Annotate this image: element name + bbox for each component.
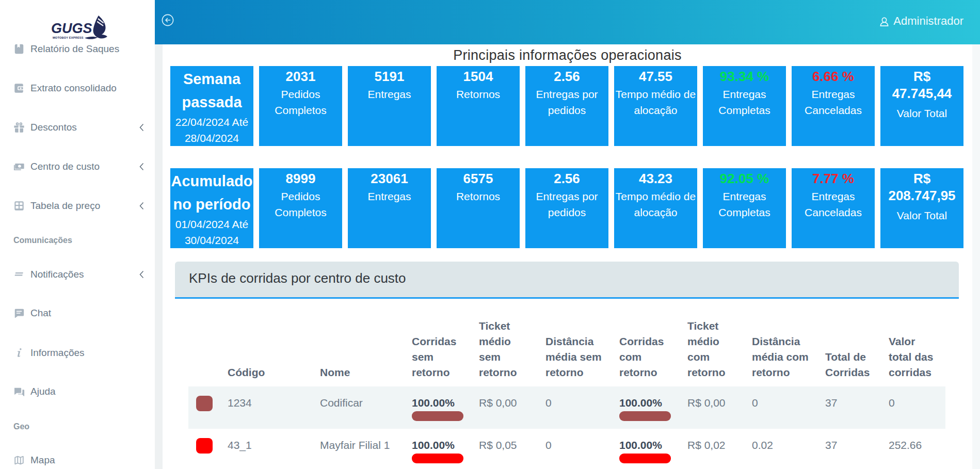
svg-text:GUGS: GUGS	[51, 21, 92, 36]
